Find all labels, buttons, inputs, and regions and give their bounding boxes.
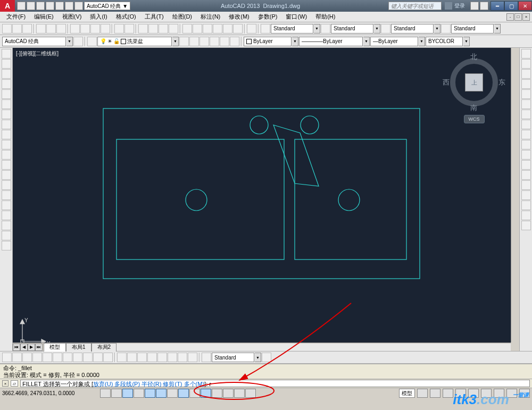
menu-file[interactable]: 文件(F) xyxy=(2,12,30,22)
dropdown-arrow-icon[interactable]: ▼ xyxy=(463,37,470,46)
zoom-previous-icon[interactable] xyxy=(169,24,178,34)
hatch-icon[interactable] xyxy=(2,190,11,200)
layer-freeze-icon[interactable] xyxy=(210,37,219,46)
markup-icon[interactable] xyxy=(223,24,232,34)
compass-south[interactable]: 南 xyxy=(470,103,477,113)
quickview-layouts-icon[interactable] xyxy=(417,389,428,398)
chamfer-icon[interactable] xyxy=(521,190,531,200)
exchange-icon[interactable] xyxy=(470,2,479,10)
selection-cycling-icon[interactable] xyxy=(245,389,256,398)
dim-continue-icon[interactable] xyxy=(103,353,113,362)
pan-icon[interactable] xyxy=(138,24,148,34)
command-input[interactable]: FILLET 选择第一个对象或 [放弃(U) 多段线(P) 半径(R) 修剪(T… xyxy=(20,380,530,387)
isolate-obj-icon[interactable] xyxy=(506,389,517,398)
blend-icon[interactable] xyxy=(521,211,531,220)
horizontal-scrollbar[interactable]: ⏮ ◀ ▶ ⏭ 模型 布局1 布局2 xyxy=(13,342,511,351)
dropdown-arrow-icon[interactable]: ▼ xyxy=(66,37,73,46)
modelspace-toggle[interactable]: 模型 xyxy=(399,389,415,398)
tab-next-icon[interactable]: ▶ xyxy=(28,344,35,351)
layer-properties-icon[interactable] xyxy=(87,37,97,46)
dimstyle-icon[interactable] xyxy=(321,24,330,34)
qat-undo[interactable] xyxy=(65,2,73,10)
new-icon[interactable] xyxy=(2,24,12,34)
viewcube-top-face[interactable]: 上 xyxy=(465,73,483,91)
center-mark-icon[interactable] xyxy=(147,353,157,362)
dim-jogged-icon[interactable] xyxy=(53,353,62,362)
mirror-icon[interactable] xyxy=(521,69,531,79)
doc-minimize[interactable]: - xyxy=(506,13,514,21)
ellipse-arc-icon[interactable] xyxy=(2,150,11,160)
dim-space-icon[interactable] xyxy=(117,353,127,362)
dropdown-arrow-icon[interactable]: ▼ xyxy=(255,353,261,362)
dim-diameter-icon[interactable] xyxy=(63,353,72,362)
designcenter-icon[interactable] xyxy=(193,24,202,34)
dim-style-combo[interactable]: Standard xyxy=(212,353,254,362)
transparency-icon[interactable] xyxy=(223,389,234,398)
textstyle-combo[interactable]: Standard xyxy=(271,24,313,34)
dim-quick-icon[interactable] xyxy=(83,353,93,362)
trim-icon[interactable] xyxy=(521,140,531,149)
tablestyle-icon[interactable] xyxy=(381,24,390,34)
signin-button[interactable]: 登录 xyxy=(442,2,468,10)
circle-icon[interactable] xyxy=(2,110,11,119)
command-window[interactable]: 命令: _fillet 当前设置: 模式 = 修剪, 半径 = 0.0000 ×… xyxy=(0,364,532,388)
close-button[interactable]: ✕ xyxy=(518,1,532,11)
maximize-button[interactable]: ▢ xyxy=(504,1,518,11)
menu-view[interactable]: 视图(V) xyxy=(58,12,86,22)
ortho-icon[interactable] xyxy=(134,389,144,398)
dropdown-arrow-icon[interactable]: ▼ xyxy=(363,37,370,46)
dim-update-icon[interactable] xyxy=(202,353,211,362)
mtext-icon[interactable] xyxy=(2,231,11,240)
redo-icon[interactable] xyxy=(124,24,134,34)
erase-icon[interactable] xyxy=(521,49,531,58)
revcloud-icon[interactable] xyxy=(2,120,11,129)
line-icon[interactable] xyxy=(2,49,11,58)
array-icon[interactable] xyxy=(521,89,531,99)
dropdown-arrow-icon[interactable]: ▼ xyxy=(314,24,320,34)
jogged-linear-icon[interactable] xyxy=(168,353,177,362)
preview-icon[interactable] xyxy=(46,24,56,34)
offset-icon[interactable] xyxy=(521,79,531,89)
menu-parametric[interactable]: 参数(P) xyxy=(254,12,282,22)
dim-arc-icon[interactable] xyxy=(22,353,32,362)
compass-north[interactable]: 北 xyxy=(470,52,477,62)
open-icon[interactable] xyxy=(12,24,22,34)
extend-icon[interactable] xyxy=(521,150,531,160)
dim-radius-icon[interactable] xyxy=(43,353,52,362)
qat-plot[interactable] xyxy=(55,2,64,10)
menu-format[interactable]: 格式(O) xyxy=(112,12,140,22)
layer-isolate-icon[interactable] xyxy=(200,37,209,46)
command-close-icon[interactable]: × xyxy=(2,380,9,387)
sheetset-icon[interactable] xyxy=(213,24,222,34)
tab-layout1[interactable]: 布局1 xyxy=(66,343,92,352)
dim-ordinate-icon[interactable] xyxy=(32,353,42,362)
workspace-switch-icon[interactable] xyxy=(468,389,479,398)
addselected-icon[interactable] xyxy=(2,241,11,250)
dropdown-arrow-icon[interactable]: ▼ xyxy=(419,37,425,46)
undo-icon[interactable] xyxy=(114,24,124,34)
dropdown-arrow-icon[interactable]: ▼ xyxy=(374,24,380,34)
qat-save[interactable] xyxy=(36,2,45,10)
menu-insert[interactable]: 插入(I) xyxy=(86,12,111,22)
tab-prev-icon[interactable]: ◀ xyxy=(20,344,28,351)
cleanscreen-icon[interactable] xyxy=(519,389,530,398)
tab-layout2[interactable]: 布局2 xyxy=(92,343,117,352)
layer-previous-icon[interactable] xyxy=(189,37,199,46)
drawing-canvas[interactable] xyxy=(13,48,519,351)
compass-west[interactable]: 西 xyxy=(443,78,450,87)
dim-aligned-icon[interactable] xyxy=(12,353,22,362)
layer-match-icon[interactable] xyxy=(230,37,239,46)
break-icon[interactable] xyxy=(521,170,531,180)
qat-open[interactable] xyxy=(27,2,35,10)
dropdown-arrow-icon[interactable]: ▼ xyxy=(434,24,440,34)
workspace-combo[interactable]: AutoCAD 经典 xyxy=(2,37,66,46)
toolbar-lock-icon[interactable] xyxy=(481,389,492,398)
table-icon[interactable] xyxy=(2,221,11,230)
qat-redo[interactable] xyxy=(74,2,83,10)
annoscale-icon[interactable] xyxy=(443,389,453,398)
dim-angular-icon[interactable] xyxy=(73,353,82,362)
matchprop-icon[interactable] xyxy=(101,24,110,34)
tolerance-icon[interactable] xyxy=(137,353,147,362)
dyn-input-icon[interactable] xyxy=(201,389,211,398)
region-icon[interactable] xyxy=(2,211,11,220)
